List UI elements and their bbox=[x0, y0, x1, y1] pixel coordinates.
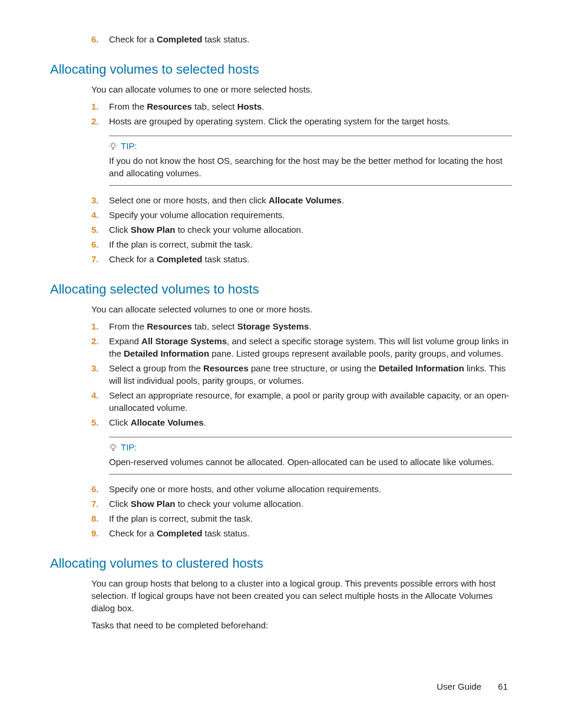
text: . bbox=[204, 417, 206, 427]
text: If the plan is correct, submit the task. bbox=[109, 239, 253, 249]
text: Hosts are grouped by operating system. C… bbox=[109, 116, 450, 126]
list-item: 4. Specify your volume allocation requir… bbox=[91, 209, 512, 221]
list-item: 1. From the Resources tab, select Hosts. bbox=[91, 100, 512, 113]
page-footer: User Guide 61 bbox=[437, 681, 508, 691]
text: Select one or more hosts, and then click bbox=[109, 195, 269, 205]
svg-line-15 bbox=[115, 444, 115, 444]
svg-line-7 bbox=[115, 143, 115, 143]
step-number: 3. bbox=[91, 194, 99, 206]
step-number: 7. bbox=[91, 498, 99, 510]
text: Select a group from the bbox=[109, 363, 203, 373]
text: . bbox=[309, 321, 311, 331]
list-item: 6. Check for a Completed task status. bbox=[91, 33, 512, 45]
list-item: 4. Select an appropriate resource, for e… bbox=[91, 389, 512, 414]
text: Expand bbox=[109, 336, 141, 346]
text-bold: Completed bbox=[157, 254, 203, 264]
step-number: 6. bbox=[91, 483, 99, 495]
list-item: 8. If the plan is correct, submit the ta… bbox=[91, 512, 512, 525]
step-number: 6. bbox=[91, 33, 99, 45]
text: Select an appropriate resource, for exam… bbox=[109, 390, 509, 413]
text: From the bbox=[109, 321, 147, 331]
text-bold: Completed bbox=[157, 528, 203, 538]
step-number: 4. bbox=[91, 389, 99, 401]
sec1-steps-b: 3. Select one or more hosts, and then cl… bbox=[91, 194, 512, 265]
text: If the plan is correct, submit the task. bbox=[109, 513, 253, 523]
step-number: 8. bbox=[91, 512, 99, 525]
step-number: 1. bbox=[91, 100, 99, 113]
text-bold: Allocate Volumes bbox=[131, 417, 204, 427]
text-bold: Resources bbox=[203, 363, 249, 373]
text: Check for a bbox=[109, 34, 157, 44]
text: Specify your volume allocation requireme… bbox=[109, 210, 285, 220]
step-number: 6. bbox=[91, 238, 99, 251]
list-item: 7. Check for a Completed task status. bbox=[91, 253, 512, 265]
text: pane tree structure, or using the bbox=[249, 363, 379, 373]
paragraph: Tasks that need to be completed beforeha… bbox=[91, 619, 512, 631]
text: tab, select bbox=[192, 101, 237, 111]
step-number: 1. bbox=[91, 320, 99, 332]
section-heading-allocating-selected-volumes: Allocating selected volumes to hosts bbox=[50, 282, 512, 297]
list-item: 6. Specify one or more hosts, and other … bbox=[91, 483, 512, 495]
lightbulb-icon bbox=[109, 142, 117, 150]
list-item: 3. Select one or more hosts, and then cl… bbox=[91, 194, 512, 206]
intro-step-list: 6. Check for a Completed task status. bbox=[91, 33, 512, 45]
sec1-steps-a: 1. From the Resources tab, select Hosts.… bbox=[91, 100, 512, 127]
text-bold: Allocate Volumes bbox=[269, 195, 342, 205]
text-bold: Completed bbox=[157, 34, 203, 44]
text: Specify one or more hosts, and other vol… bbox=[109, 484, 381, 494]
text-bold: Resources bbox=[147, 321, 192, 331]
tip-label: TIP: bbox=[121, 442, 137, 452]
list-item: 3. Select a group from the Resources pan… bbox=[91, 362, 512, 387]
list-item: 5. Click Show Plan to check your volume … bbox=[91, 223, 512, 236]
text-bold: All Storage Systems bbox=[141, 336, 227, 346]
step-number: 2. bbox=[91, 115, 99, 127]
tip-box: TIP: If you do not know the host OS, sea… bbox=[109, 136, 512, 186]
text-bold: Resources bbox=[147, 101, 192, 111]
text: tab, select bbox=[192, 321, 237, 331]
footer-label: User Guide bbox=[437, 681, 481, 691]
tip-body: Open-reserved volumes cannot be allocate… bbox=[109, 456, 512, 468]
list-item: 1. From the Resources tab, select Storag… bbox=[91, 320, 512, 332]
text-bold: Hosts bbox=[237, 101, 262, 111]
step-number: 4. bbox=[91, 209, 99, 221]
text-bold: Show Plan bbox=[131, 225, 176, 235]
lead-text: You can allocate selected volumes to one… bbox=[91, 303, 512, 315]
text: . bbox=[262, 101, 264, 111]
tip-body: If you do not know the host OS, searchin… bbox=[109, 154, 512, 179]
text: Check for a bbox=[109, 528, 157, 538]
text-bold: Detailed Information bbox=[379, 363, 464, 373]
sec2-steps-a: 1. From the Resources tab, select Storag… bbox=[91, 320, 512, 429]
step-number: 3. bbox=[91, 362, 99, 374]
svg-line-14 bbox=[111, 444, 111, 444]
text: . bbox=[342, 195, 344, 205]
text: pane. Listed groups represent available … bbox=[209, 348, 503, 358]
text: task status. bbox=[202, 254, 249, 264]
text-bold: Storage Systems bbox=[237, 321, 309, 331]
tip-box: TIP: Open-reserved volumes cannot be all… bbox=[109, 437, 512, 475]
step-number: 9. bbox=[91, 527, 99, 539]
step-number: 2. bbox=[91, 335, 99, 347]
svg-point-8 bbox=[111, 444, 115, 449]
text: From the bbox=[109, 101, 147, 111]
step-number: 7. bbox=[91, 253, 99, 265]
sec2-steps-b: 6. Specify one or more hosts, and other … bbox=[91, 483, 512, 539]
list-item: 7. Click Show Plan to check your volume … bbox=[91, 498, 512, 510]
text: task status. bbox=[202, 528, 249, 538]
text: to check your volume allocation. bbox=[176, 499, 304, 509]
text: Click bbox=[109, 225, 131, 235]
text-bold: Detailed Information bbox=[124, 348, 209, 358]
text: Click bbox=[109, 417, 131, 427]
list-item: 2. Expand All Storage Systems, and selec… bbox=[91, 335, 512, 360]
text: Check for a bbox=[109, 254, 157, 264]
tip-label: TIP: bbox=[121, 141, 137, 151]
page-number: 61 bbox=[498, 681, 508, 691]
svg-line-6 bbox=[111, 143, 111, 143]
lead-text: You can allocate volumes to one or more … bbox=[91, 83, 512, 95]
lightbulb-icon bbox=[109, 443, 117, 452]
list-item: 5. Click Allocate Volumes. bbox=[91, 416, 512, 429]
section-heading-clustered-hosts: Allocating volumes to clustered hosts bbox=[50, 556, 512, 571]
svg-point-0 bbox=[111, 143, 115, 147]
text: Click bbox=[109, 499, 131, 509]
text: to check your volume allocation. bbox=[176, 225, 304, 235]
list-item: 6. If the plan is correct, submit the ta… bbox=[91, 238, 512, 251]
